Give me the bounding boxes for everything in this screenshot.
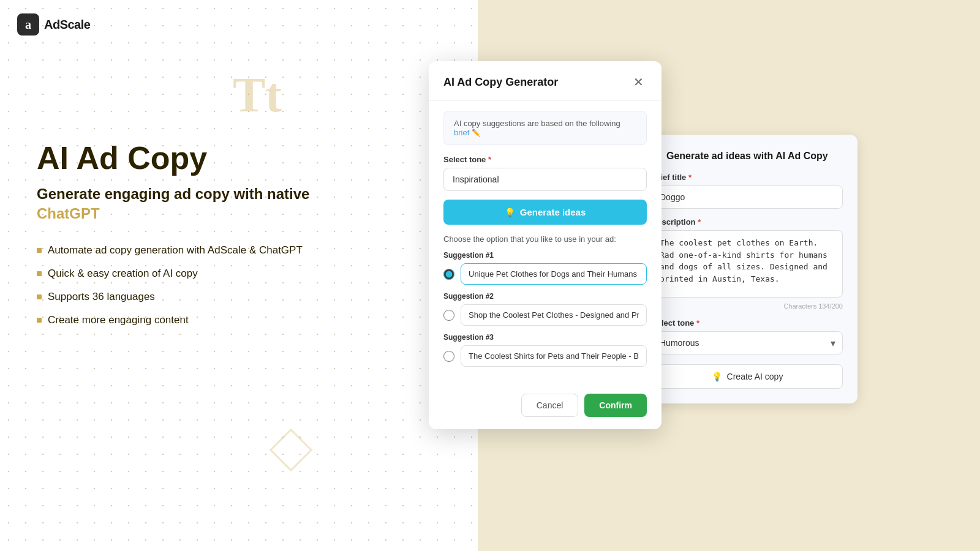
side-tone-wrapper: InspirationalHumorousProfessionalCasualE… <box>652 331 843 354</box>
suggestion-1-label: Suggestion #1 <box>443 251 647 260</box>
suggestion-3-row <box>443 345 647 367</box>
cancel-button[interactable]: Cancel <box>521 394 579 417</box>
suggestion-3-radio[interactable] <box>443 351 454 362</box>
suggestion-2-input[interactable] <box>461 304 647 326</box>
feature-text-3: Supports 36 languages <box>48 291 155 303</box>
generate-ideas-button[interactable]: Generate ideas <box>443 200 647 225</box>
feature-list: Automate ad copy generation with AdScale… <box>37 244 309 326</box>
char-count: Characters 134/200 <box>652 302 843 310</box>
hero-subtitle: Generate engaging ad copy with native <box>37 186 309 203</box>
feature-item-1: Automate ad copy generation with AdScale… <box>37 244 309 257</box>
logo-icon: a <box>17 13 39 36</box>
tone-select[interactable]: InspirationalHumorousProfessionalCasualE… <box>443 168 647 191</box>
side-tone-label: Select tone * <box>652 318 843 328</box>
generate-btn-label: Generate ideas <box>520 207 586 217</box>
bullet-1 <box>37 248 42 253</box>
page-title: AI Ad Copy <box>37 141 309 176</box>
side-panel: ☆ Generate ad ideas with AI Ad Copy Brie… <box>637 135 858 403</box>
create-ai-copy-button[interactable]: Create AI copy <box>652 364 843 389</box>
modal-footer: Cancel Confirm <box>429 384 662 417</box>
feature-item-4: Create more engaging content <box>37 314 309 326</box>
suggestion-2-radio[interactable] <box>443 310 454 321</box>
suggestion-2-row <box>443 304 647 326</box>
feature-item-2: Quick & easy creation of AI copy <box>37 268 309 280</box>
feature-text-4: Create more engaging content <box>48 314 189 326</box>
brief-edit-icon[interactable]: ✏️ <box>472 129 481 137</box>
logo-text: AdScale <box>44 18 90 32</box>
suggestion-1-input[interactable] <box>461 263 647 285</box>
suggestion-3-label: Suggestion #3 <box>443 333 647 342</box>
feature-text-1: Automate ad copy generation with AdScale… <box>48 244 303 257</box>
left-panel: a AdScale Tt AI Ad Copy Generate engagin… <box>0 0 478 551</box>
modal-header: AI Ad Copy Generator ✕ <box>429 61 662 101</box>
create-ai-btn-label: Create AI copy <box>727 372 783 381</box>
bullet-3 <box>37 294 42 299</box>
brief-info-text: AI copy suggestions are based on the fol… <box>454 119 620 128</box>
description-label: Description * <box>652 217 843 227</box>
side-tone-select[interactable]: InspirationalHumorousProfessionalCasualE… <box>652 331 843 354</box>
feature-text-2: Quick & easy creation of AI copy <box>48 268 198 280</box>
brief-title-label: Brief title * <box>652 173 843 182</box>
bullet-4 <box>37 318 42 323</box>
deco-diamond <box>270 429 313 472</box>
logo-letter: a <box>25 18 31 32</box>
bullet-2 <box>37 271 42 276</box>
modal-body: AI copy suggestions are based on the fol… <box>429 101 662 384</box>
suggestion-group-2: Suggestion #2 <box>443 292 647 326</box>
suggestion-group-3: Suggestion #3 <box>443 333 647 367</box>
confirm-button[interactable]: Confirm <box>584 394 647 417</box>
hero-subtitle-highlight: ChatGPT <box>37 205 309 222</box>
side-panel-title: ☆ Generate ad ideas with AI Ad Copy <box>652 149 843 163</box>
modal-title: AI Ad Copy Generator <box>443 76 558 89</box>
ai-copy-modal: AI Ad Copy Generator ✕ AI copy suggestio… <box>429 61 662 429</box>
select-tone-label-text: Select tone <box>443 155 486 164</box>
deco-letter: Tt <box>233 67 282 123</box>
suggestion-3-input[interactable] <box>461 345 647 367</box>
lightbulb-icon <box>505 207 515 217</box>
suggestion-group-1: Suggestion #1 <box>443 251 647 285</box>
suggestion-1-radio[interactable] <box>443 269 454 280</box>
side-tone-group: Select tone * InspirationalHumorousProfe… <box>652 318 843 354</box>
close-modal-button[interactable]: ✕ <box>630 73 647 91</box>
required-marker: * <box>488 155 491 164</box>
suggestion-1-row <box>443 263 647 285</box>
hero-content: AI Ad Copy Generate engaging ad copy wit… <box>37 141 309 337</box>
side-panel-title-text: Generate ad ideas with AI Ad Copy <box>666 151 828 162</box>
logo-area: a AdScale <box>17 13 90 36</box>
brief-info-bar: AI copy suggestions are based on the fol… <box>443 111 647 145</box>
feature-item-3: Supports 36 languages <box>37 291 309 303</box>
description-required: * <box>698 217 701 227</box>
suggestion-2-label: Suggestion #2 <box>443 292 647 301</box>
brief-title-input[interactable] <box>652 186 843 209</box>
create-lightbulb-icon <box>712 372 722 381</box>
description-textarea[interactable] <box>652 230 843 298</box>
suggestions-header: Choose the option that you like to use i… <box>443 234 647 244</box>
side-tone-required: * <box>696 318 699 328</box>
description-group: Description * Characters 134/200 <box>652 217 843 310</box>
brief-title-required: * <box>688 173 692 182</box>
brief-link[interactable]: brief <box>454 128 469 137</box>
select-tone-label: Select tone * <box>443 155 647 164</box>
brief-title-group: Brief title * <box>652 173 843 209</box>
